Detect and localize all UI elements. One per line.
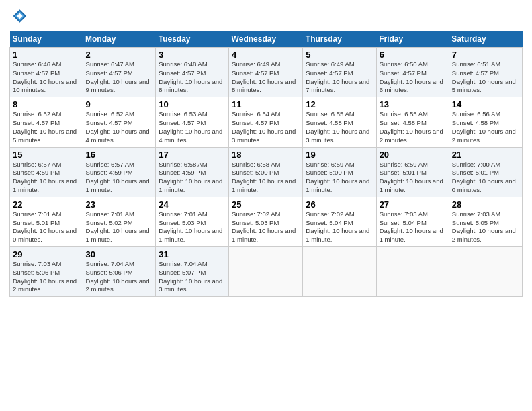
calendar-cell [449,247,522,297]
day-number: 2 [86,50,153,60]
day-number: 30 [86,249,153,259]
header [9,7,523,26]
day-number: 13 [380,99,446,109]
day-number: 10 [159,99,226,109]
calendar-cell: 24Sunrise: 7:01 AM Sunset: 5:03 PM Dayli… [156,197,229,246]
calendar-week-4: 22Sunrise: 7:01 AM Sunset: 5:01 PM Dayli… [10,197,523,246]
day-info: Sunrise: 6:55 AM Sunset: 4:58 PM Dayligh… [380,110,446,144]
weekday-header-tuesday: Tuesday [156,31,229,48]
day-number: 22 [13,199,80,210]
day-info: Sunrise: 7:02 AM Sunset: 5:04 PM Dayligh… [306,210,373,244]
day-number: 1 [13,50,80,60]
day-info: Sunrise: 6:59 AM Sunset: 5:00 PM Dayligh… [306,161,373,195]
day-number: 5 [306,50,373,60]
logo-icon [9,7,28,26]
day-number: 3 [159,50,226,60]
day-info: Sunrise: 6:58 AM Sunset: 4:59 PM Dayligh… [159,161,226,195]
day-number: 4 [232,50,300,60]
calendar-cell: 1Sunrise: 6:46 AM Sunset: 4:57 PM Daylig… [10,48,83,97]
calendar-cell: 15Sunrise: 6:57 AM Sunset: 4:59 PM Dayli… [10,147,83,197]
day-number: 15 [13,150,80,160]
weekday-header-friday: Friday [376,31,449,48]
day-number: 9 [86,99,153,109]
calendar-cell: 22Sunrise: 7:01 AM Sunset: 5:01 PM Dayli… [10,197,83,246]
calendar-cell: 29Sunrise: 7:03 AM Sunset: 5:06 PM Dayli… [10,247,83,297]
day-info: Sunrise: 6:54 AM Sunset: 4:57 PM Dayligh… [232,110,300,144]
day-info: Sunrise: 6:55 AM Sunset: 4:58 PM Dayligh… [306,110,373,144]
day-info: Sunrise: 6:58 AM Sunset: 5:00 PM Dayligh… [232,161,300,195]
day-number: 26 [306,199,373,210]
calendar-cell [229,247,303,297]
weekday-header-row: SundayMondayTuesdayWednesdayThursdayFrid… [10,31,523,48]
calendar-cell: 13Sunrise: 6:55 AM Sunset: 4:58 PM Dayli… [376,97,449,147]
calendar-cell: 14Sunrise: 6:56 AM Sunset: 4:58 PM Dayli… [449,97,522,147]
day-info: Sunrise: 6:52 AM Sunset: 4:57 PM Dayligh… [86,110,153,144]
calendar-cell: 11Sunrise: 6:54 AM Sunset: 4:57 PM Dayli… [229,97,303,147]
calendar-cell: 16Sunrise: 6:57 AM Sunset: 4:59 PM Dayli… [83,147,156,197]
day-info: Sunrise: 7:01 AM Sunset: 5:02 PM Dayligh… [86,210,153,244]
day-info: Sunrise: 6:49 AM Sunset: 4:57 PM Dayligh… [232,60,300,95]
day-number: 14 [452,99,519,109]
day-info: Sunrise: 7:03 AM Sunset: 5:06 PM Dayligh… [13,260,80,294]
calendar-cell: 27Sunrise: 7:03 AM Sunset: 5:04 PM Dayli… [376,197,449,246]
calendar-cell: 4Sunrise: 6:49 AM Sunset: 4:57 PM Daylig… [229,48,303,97]
calendar-cell: 30Sunrise: 7:04 AM Sunset: 5:06 PM Dayli… [83,247,156,297]
calendar-cell: 8Sunrise: 6:52 AM Sunset: 4:57 PM Daylig… [10,97,83,147]
day-info: Sunrise: 7:03 AM Sunset: 5:05 PM Dayligh… [452,210,519,244]
day-number: 7 [452,50,519,60]
weekday-header-thursday: Thursday [303,31,376,48]
calendar-cell: 10Sunrise: 6:53 AM Sunset: 4:57 PM Dayli… [156,97,229,147]
weekday-header-saturday: Saturday [449,31,522,48]
day-info: Sunrise: 6:59 AM Sunset: 5:01 PM Dayligh… [380,161,446,195]
weekday-header-monday: Monday [83,31,156,48]
calendar-cell: 12Sunrise: 6:55 AM Sunset: 4:58 PM Dayli… [303,97,376,147]
calendar-cell: 20Sunrise: 6:59 AM Sunset: 5:01 PM Dayli… [376,147,449,197]
day-info: Sunrise: 6:56 AM Sunset: 4:58 PM Dayligh… [452,110,519,144]
calendar-cell: 17Sunrise: 6:58 AM Sunset: 4:59 PM Dayli… [156,147,229,197]
day-number: 8 [13,99,80,109]
day-info: Sunrise: 6:51 AM Sunset: 4:57 PM Dayligh… [452,60,519,95]
day-number: 11 [232,99,300,109]
calendar-cell: 19Sunrise: 6:59 AM Sunset: 5:00 PM Dayli… [303,147,376,197]
weekday-header-wednesday: Wednesday [229,31,303,48]
calendar-cell: 5Sunrise: 6:49 AM Sunset: 4:57 PM Daylig… [303,48,376,97]
day-number: 19 [306,150,373,160]
day-info: Sunrise: 7:01 AM Sunset: 5:03 PM Dayligh… [159,210,226,244]
day-info: Sunrise: 7:00 AM Sunset: 5:01 PM Dayligh… [452,161,519,195]
day-number: 12 [306,99,373,109]
page: SundayMondayTuesdayWednesdayThursdayFrid… [0,0,532,304]
day-info: Sunrise: 6:57 AM Sunset: 4:59 PM Dayligh… [86,161,153,195]
calendar-cell: 9Sunrise: 6:52 AM Sunset: 4:57 PM Daylig… [83,97,156,147]
day-number: 27 [380,199,446,210]
calendar-cell: 7Sunrise: 6:51 AM Sunset: 4:57 PM Daylig… [449,48,522,97]
calendar-week-1: 1Sunrise: 6:46 AM Sunset: 4:57 PM Daylig… [10,48,523,97]
calendar-cell: 28Sunrise: 7:03 AM Sunset: 5:05 PM Dayli… [449,197,522,246]
day-number: 31 [159,249,226,259]
day-info: Sunrise: 6:52 AM Sunset: 4:57 PM Dayligh… [13,110,80,144]
calendar-cell: 26Sunrise: 7:02 AM Sunset: 5:04 PM Dayli… [303,197,376,246]
calendar-cell: 31Sunrise: 7:04 AM Sunset: 5:07 PM Dayli… [156,247,229,297]
day-info: Sunrise: 6:53 AM Sunset: 4:57 PM Dayligh… [159,110,226,144]
day-number: 17 [159,150,226,160]
day-info: Sunrise: 6:46 AM Sunset: 4:57 PM Dayligh… [13,60,80,95]
calendar-cell: 23Sunrise: 7:01 AM Sunset: 5:02 PM Dayli… [83,197,156,246]
day-info: Sunrise: 7:04 AM Sunset: 5:06 PM Dayligh… [86,260,153,294]
day-number: 18 [232,150,300,160]
calendar-cell: 18Sunrise: 6:58 AM Sunset: 5:00 PM Dayli… [229,147,303,197]
day-number: 6 [380,50,446,60]
day-info: Sunrise: 7:02 AM Sunset: 5:03 PM Dayligh… [232,210,300,244]
day-number: 20 [380,150,446,160]
calendar-table: SundayMondayTuesdayWednesdayThursdayFrid… [9,31,523,297]
day-info: Sunrise: 7:03 AM Sunset: 5:04 PM Dayligh… [380,210,446,244]
calendar-week-2: 8Sunrise: 6:52 AM Sunset: 4:57 PM Daylig… [10,97,523,147]
calendar-cell: 21Sunrise: 7:00 AM Sunset: 5:01 PM Dayli… [449,147,522,197]
day-number: 21 [452,150,519,160]
day-info: Sunrise: 6:57 AM Sunset: 4:59 PM Dayligh… [13,161,80,195]
calendar-cell: 6Sunrise: 6:50 AM Sunset: 4:57 PM Daylig… [376,48,449,97]
day-number: 25 [232,199,300,210]
day-info: Sunrise: 6:50 AM Sunset: 4:57 PM Dayligh… [380,60,446,95]
calendar-cell: 25Sunrise: 7:02 AM Sunset: 5:03 PM Dayli… [229,197,303,246]
day-info: Sunrise: 6:48 AM Sunset: 4:57 PM Dayligh… [159,60,226,95]
weekday-header-sunday: Sunday [10,31,83,48]
calendar-cell: 2Sunrise: 6:47 AM Sunset: 4:57 PM Daylig… [83,48,156,97]
